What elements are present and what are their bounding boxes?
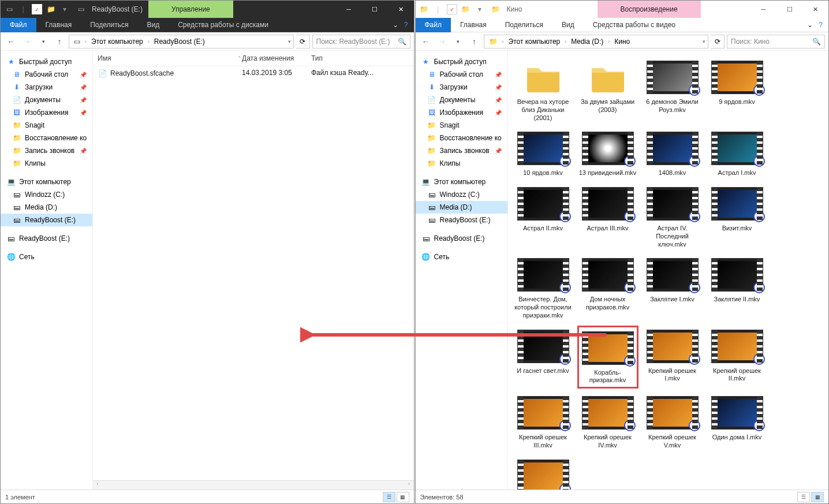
video-item[interactable]: ▶6 демонов Эмили Роуз.mkv [642,57,703,124]
video-item[interactable]: ▶1408.mkv [642,128,703,180]
nav-readyboost[interactable]: 🖴ReadyBoost (E:) [1,214,92,226]
ribbon-help-icon[interactable]: ? [819,21,823,29]
qat-checkbox-icon[interactable]: ✓ [447,4,457,14]
ribbon-tab-home[interactable]: Главная [36,18,81,31]
view-icons-button[interactable]: ▦ [811,492,824,502]
scroll-right-icon[interactable]: › [405,481,414,490]
nav-restore[interactable]: 📁Восстановление ко [416,132,507,144]
nav-up-button[interactable]: ↑ [468,35,481,48]
video-item[interactable]: ▶Визит.mkv [707,183,768,251]
nav-media[interactable]: 🖴Media (D:) [416,201,507,214]
minimize-button[interactable]: ─ [336,1,362,18]
nav-up-button[interactable]: ↑ [53,35,66,48]
video-item[interactable]: ▶Астрал I.mkv [707,128,768,180]
folder-item[interactable]: Вечера на хуторе близ Диканьки (2001) [513,57,574,124]
col-name[interactable]: Имя⌃ [98,54,242,62]
video-item[interactable]: ▶Один дома II.mkv [513,456,574,490]
nav-back-button[interactable]: ← [419,35,433,48]
qat-down-icon[interactable]: ▾ [475,4,485,14]
nav-forward-button[interactable]: → [20,35,34,48]
maximize-button[interactable]: ☐ [362,1,388,18]
video-item[interactable]: ▶Заклятие I.mkv [642,254,703,322]
context-tab-playback[interactable]: Воспроизведение [598,1,701,18]
video-item[interactable]: ▶Крепкий орешек I.mkv [642,326,703,389]
nav-pictures[interactable]: 🖼Изображения📌 [416,106,507,119]
close-button[interactable]: ✕ [388,1,414,18]
qat-folder-icon[interactable]: 📁 [46,4,56,14]
video-item[interactable]: ▶Астрал II.mkv [513,183,574,251]
breadcrumb-kino[interactable]: Кино [612,36,632,47]
ribbon-tab-tools[interactable]: Средства работы с видео [584,18,685,31]
breadcrumb[interactable]: 📁 › Этот компьютер › Media (D:) › Кино ▾ [484,35,709,48]
nav-readyboost-ext[interactable]: 🖴ReadyBoost (E:) [416,232,507,245]
scroll-left-icon[interactable]: ‹ [93,481,102,490]
ribbon-tab-share[interactable]: Поделиться [81,18,137,31]
breadcrumb[interactable]: ▭ › Этот компьютер › ReadyBoost (E:) ▾ [69,35,294,48]
nav-documents[interactable]: 📄Документы📌 [416,94,507,106]
video-item[interactable]: ▶Крепкий орешек II.mkv [707,326,768,389]
ribbon-help-icon[interactable]: ? [404,21,408,29]
nav-callrec[interactable]: 📁Запись звонков📌 [416,144,507,157]
video-item[interactable]: ▶Крепкий орешек III.mkv [513,392,574,452]
ribbon-file-tab[interactable]: Файл [416,18,451,32]
breadcrumb-pc[interactable]: Этот компьютер [506,36,563,47]
col-type[interactable]: Тип [311,54,409,62]
nav-documents[interactable]: 📄Документы📌 [1,94,92,106]
nav-network[interactable]: 🌐Сеть [416,251,507,263]
ribbon-expand-icon[interactable]: ⌄ [393,21,398,29]
video-item[interactable]: ▶10 ярдов.mkv [513,128,574,180]
ribbon-tab-share[interactable]: Поделиться [496,18,552,31]
nav-windozz[interactable]: 🖴Windozz (C:) [1,188,92,201]
nav-snagit[interactable]: 📁Snagit [1,119,92,132]
nav-downloads[interactable]: ⬇Загрузки📌 [1,81,92,94]
file-row[interactable]: 📄ReadyBoost.sfcache14.03.2019 3:05Файл к… [93,66,414,80]
titlebar[interactable]: 📁 | ✓ 📁 ▾ 📁 Кино Воспроизведение ─ ☐ ✕ [416,1,829,18]
search-icon[interactable]: 🔍 [812,38,821,46]
nav-recent-button[interactable]: ▾ [451,35,465,48]
nav-restore[interactable]: 📁Восстановление ко [1,132,92,144]
breadcrumb-pc[interactable]: Этот компьютер [89,36,145,47]
video-item[interactable]: ▶Астрал III.mkv [577,183,638,251]
refresh-button[interactable]: ⟳ [711,35,725,48]
qat-folder-icon[interactable]: 📁 [461,4,471,14]
nav-windozz[interactable]: 🖴Windozz (C:) [416,188,507,201]
video-item[interactable]: ▶И гаснет свет.mkv [513,326,574,389]
video-item[interactable]: ▶Заклятие II.mkv [707,254,768,322]
nav-recent-button[interactable]: ▾ [36,35,50,48]
col-date[interactable]: Дата изменения [242,54,311,62]
video-item[interactable]: ▶Корабль-призрак.mkv [577,326,638,389]
view-icons-button[interactable]: ▦ [397,492,409,502]
refresh-button[interactable]: ⟳ [296,35,310,48]
video-item[interactable]: ▶Крепкий орешек IV.mkv [577,392,638,452]
video-item[interactable]: ▶9 ярдов.mkv [707,57,768,124]
breadcrumb-folder-icon[interactable]: 📁 [487,36,500,47]
video-item[interactable]: ▶Крепкий орешек V.mkv [642,392,703,452]
nav-clips[interactable]: 📁Клипы [1,157,92,170]
nav-this-pc[interactable]: 💻Этот компьютер [1,176,92,188]
folder-item[interactable]: За двумя зайцами (2003) [577,57,638,124]
ribbon-tab-view[interactable]: Вид [552,18,584,31]
nav-back-button[interactable]: ← [4,35,18,48]
address-dropdown-icon[interactable]: ▾ [288,39,291,44]
video-item[interactable]: ▶Дом ночных призраков.mkv [577,254,638,322]
breadcrumb-drive[interactable]: ReadyBoost (E:) [152,36,207,47]
video-item[interactable]: ▶Астрал IV. Последний ключ.mkv [642,183,703,251]
qat-checkbox-icon[interactable]: ✓ [32,4,42,14]
nav-this-pc[interactable]: 💻Этот компьютер [416,176,507,188]
nav-pictures[interactable]: 🖼Изображения📌 [1,106,92,119]
nav-clips[interactable]: 📁Клипы [416,157,507,170]
nav-readyboost[interactable]: 🖴ReadyBoost (E:) [416,214,507,226]
breadcrumb-drive-icon[interactable]: ▭ [72,36,83,47]
titlebar[interactable]: ▭ | ✓ 📁 ▾ ▭ ReadyBoost (E:) Управление ─… [1,1,414,18]
nav-desktop[interactable]: 🖥Рабочий стол📌 [1,68,92,81]
breadcrumb-media[interactable]: Media (D:) [569,36,606,47]
address-dropdown-icon[interactable]: ▾ [703,39,705,44]
horizontal-scrollbar[interactable]: ‹ › [93,480,414,490]
nav-snagit[interactable]: 📁Snagit [416,119,507,132]
video-item[interactable]: ▶Один дома I.mkv [707,392,768,452]
ribbon-tab-tools[interactable]: Средства работы с дисками [169,18,278,31]
nav-desktop[interactable]: 🖥Рабочий стол📌 [416,68,507,81]
video-item[interactable]: ▶Винчестер. Дом, который построили призр… [513,254,574,322]
search-icon[interactable]: 🔍 [398,38,406,46]
nav-callrec[interactable]: 📁Запись звонков📌 [1,144,92,157]
